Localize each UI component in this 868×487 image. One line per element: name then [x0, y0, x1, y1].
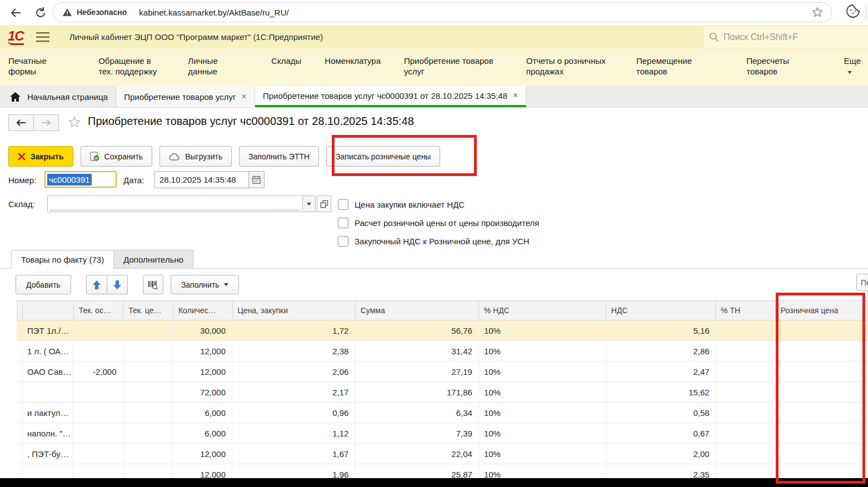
- table-row[interactable]: ОАО Сав…-2,00012,0002,0627,1910%2,47: [17, 362, 868, 382]
- table-cell[interactable]: [123, 382, 173, 402]
- menu-item[interactable]: Личные данные: [188, 56, 248, 86]
- menu-item[interactable]: Отчеты о розничных продажах: [526, 56, 613, 86]
- barcode-scan-button[interactable]: [143, 275, 163, 294]
- close-icon[interactable]: ×: [513, 91, 518, 101]
- table-cell[interactable]: ПЭТ 1л./…: [22, 320, 73, 340]
- browser-reload-button[interactable]: [32, 4, 49, 21]
- column-header[interactable]: Тек. ос…: [74, 301, 124, 320]
- table-cell[interactable]: [716, 341, 776, 361]
- table-cell[interactable]: [123, 444, 173, 464]
- table-cell[interactable]: 0,96: [232, 403, 355, 423]
- table-cell[interactable]: 5,16: [606, 320, 716, 340]
- table-cell[interactable]: [716, 403, 776, 423]
- table-cell[interactable]: 10%: [479, 362, 606, 381]
- move-row-up-button[interactable]: [86, 275, 107, 294]
- fill-ettn-button[interactable]: Заполнить ЭТТН: [239, 146, 319, 167]
- column-header[interactable]: % НДС: [479, 301, 606, 320]
- table-cell[interactable]: [123, 403, 173, 423]
- column-header[interactable]: Тек. це…: [123, 301, 173, 320]
- tab-purchase-list[interactable]: Приобретение товаров услуг ×: [116, 86, 255, 107]
- table-row[interactable]: ПЭТ 1л./…30,0001,7256,7610%5,16: [17, 320, 868, 341]
- table-cell[interactable]: 0,58: [606, 403, 716, 423]
- warehouse-input[interactable]: [47, 195, 303, 212]
- table-cell[interactable]: 72,000: [173, 382, 232, 402]
- table-cell[interactable]: 12,000: [173, 362, 232, 381]
- number-input[interactable]: чс0000391: [44, 171, 117, 188]
- table-cell[interactable]: [776, 423, 868, 443]
- close-button[interactable]: Закрыть: [8, 146, 73, 167]
- table-cell[interactable]: [123, 341, 173, 361]
- table-row[interactable]: наполн. "…6,0001,127,3910%0,67: [17, 423, 868, 444]
- tab-purchase-document[interactable]: Приобретение товаров услуг чс0000391 от …: [255, 86, 526, 107]
- table-cell[interactable]: 6,000: [173, 423, 232, 443]
- table-cell[interactable]: 30,000: [173, 320, 232, 340]
- browser-settings-button[interactable]: [846, 4, 860, 18]
- table-cell[interactable]: наполн. "…: [22, 423, 73, 443]
- close-icon[interactable]: ×: [242, 92, 247, 102]
- table-cell[interactable]: 22,04: [355, 444, 478, 464]
- table-cell[interactable]: [73, 382, 123, 402]
- bookmark-star-button[interactable]: [811, 6, 824, 18]
- menu-item[interactable]: Еще: [844, 56, 868, 86]
- calendar-button[interactable]: [248, 172, 264, 188]
- table-cell[interactable]: [716, 362, 776, 381]
- table-cell[interactable]: [776, 403, 868, 423]
- doc-back-button[interactable]: [8, 114, 34, 131]
- table-cell[interactable]: 10%: [479, 320, 606, 340]
- column-header[interactable]: Сумма: [356, 301, 479, 320]
- checkbox-unchecked-icon[interactable]: [338, 199, 348, 210]
- table-cell[interactable]: [22, 382, 73, 402]
- tab-additional[interactable]: Дополнительно: [113, 250, 193, 269]
- global-search[interactable]: [704, 26, 868, 48]
- table-cell[interactable]: [73, 444, 123, 464]
- table-cell[interactable]: 6,000: [173, 403, 232, 423]
- table-cell[interactable]: 1 л. ( ОА…: [22, 341, 73, 361]
- table-cell[interactable]: 10%: [479, 341, 606, 361]
- 1c-logo[interactable]: 1С: [8, 29, 24, 45]
- date-input[interactable]: 28.10.2025 14:35:48: [154, 171, 265, 188]
- table-cell[interactable]: [776, 382, 868, 402]
- fill-dropdown-button[interactable]: Заполнить: [171, 275, 239, 294]
- table-cell[interactable]: 31,42: [355, 341, 478, 361]
- table-cell[interactable]: 2,17: [232, 382, 355, 402]
- table-row[interactable]: 1 л. ( ОА…12,0002,3831,4210%2,86: [17, 341, 868, 362]
- tab-home[interactable]: Начальная страница: [0, 86, 116, 107]
- doc-forward-button[interactable]: [34, 114, 59, 131]
- table-cell[interactable]: 27,19: [355, 362, 478, 381]
- table-cell[interactable]: [716, 382, 776, 402]
- table-cell[interactable]: 1,72: [232, 320, 355, 340]
- table-cell[interactable]: 10%: [479, 382, 606, 402]
- menu-item[interactable]: Склады: [271, 56, 301, 86]
- option-checkbox[interactable]: Цена закупки включает НДС: [338, 195, 539, 214]
- table-cell[interactable]: [776, 362, 868, 381]
- add-row-button[interactable]: Добавить: [16, 275, 71, 294]
- table-cell[interactable]: [73, 423, 123, 443]
- table-cell[interactable]: [73, 320, 123, 340]
- address-bar[interactable]: Небезопасно kabinet.kassamarket.by/AktBa…: [53, 2, 832, 22]
- table-cell[interactable]: [716, 423, 776, 443]
- move-row-down-button[interactable]: [107, 275, 128, 294]
- table-row[interactable]: и лактул…6,0000,966,3410%0,58: [17, 403, 868, 423]
- table-cell[interactable]: 2,86: [606, 341, 716, 361]
- table-cell[interactable]: 2,47: [606, 362, 716, 381]
- table-cell[interactable]: 171,86: [355, 382, 478, 402]
- browser-back-button[interactable]: [8, 4, 24, 21]
- menu-item[interactable]: Обращение в тех. поддержку: [98, 56, 164, 86]
- warehouse-dropdown-button[interactable]: [303, 195, 316, 212]
- table-cell[interactable]: [716, 444, 776, 464]
- table-cell[interactable]: 7,39: [355, 423, 478, 443]
- table-cell[interactable]: 56,76: [355, 320, 478, 340]
- column-header[interactable]: Цена, закупки: [233, 301, 356, 320]
- column-header[interactable]: Количес…: [173, 301, 233, 320]
- menu-item[interactable]: Перемещение товаров: [636, 56, 723, 86]
- table-cell[interactable]: [123, 423, 173, 443]
- table-cell[interactable]: 0,67: [606, 423, 716, 443]
- table-cell[interactable]: -2,000: [73, 362, 123, 381]
- column-header[interactable]: Розничная цена: [776, 301, 867, 320]
- table-cell[interactable]: [776, 444, 868, 464]
- save-button[interactable]: Сохранить: [81, 146, 153, 167]
- table-cell[interactable]: [776, 341, 868, 361]
- menu-item[interactable]: Номенклатура: [325, 56, 381, 86]
- table-cell[interactable]: 2,06: [232, 362, 355, 381]
- table-cell[interactable]: , ПЭТ-бу…: [22, 444, 73, 464]
